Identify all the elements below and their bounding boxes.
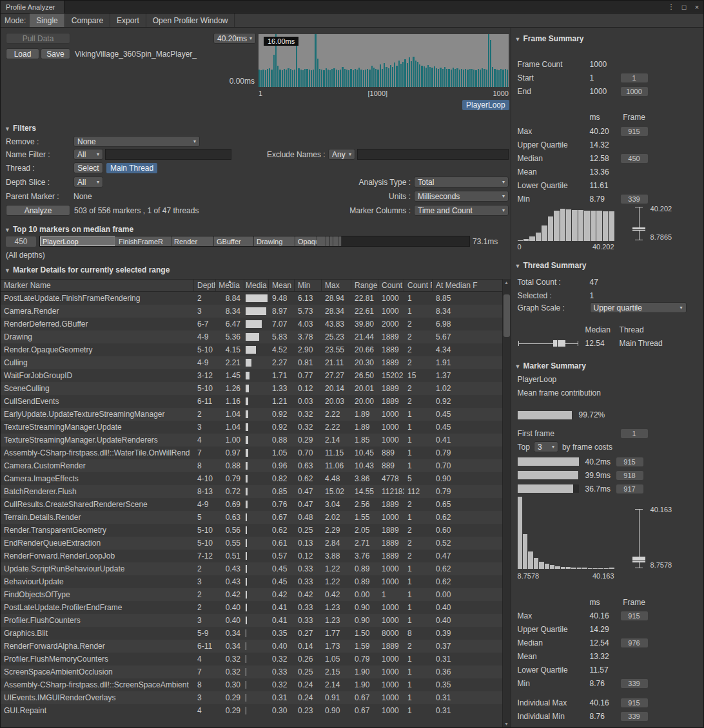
table-row[interactable]: UIEvents.IMGUIRenderOverlays30.290.310.2… xyxy=(1,691,503,704)
scroll-down-icon[interactable]: ▼ xyxy=(503,722,511,726)
selected-marker-chip[interactable]: PlayerLoop xyxy=(462,100,509,110)
thread-row[interactable]: 12.54 Main Thread xyxy=(518,339,663,348)
thread-summary-header[interactable]: ▼Thread Summary xyxy=(515,261,587,270)
frame-jump-badge[interactable]: 976 xyxy=(621,638,648,647)
table-row[interactable]: CullResults.CreateSharedRendererScene4-9… xyxy=(1,498,503,511)
column-header[interactable]: Range xyxy=(351,280,378,291)
scroll-up-icon[interactable]: ▲ xyxy=(503,280,511,285)
top10-segment[interactable]: Render xyxy=(171,236,214,246)
analysis-type-dropdown[interactable]: Total▾ xyxy=(414,177,509,187)
table-row[interactable]: RenderDeferred.GBuffer6-76.477.074.0343.… xyxy=(1,318,503,330)
scrollbar-thumb[interactable] xyxy=(504,294,510,337)
frame-jump-badge[interactable]: 915 xyxy=(616,457,643,466)
table-row[interactable]: WaitForJobGroupID3-121.451.710.7727.2726… xyxy=(1,369,503,382)
table-row[interactable]: FindObjectsOfType20.420.420.420.420.0011… xyxy=(1,588,503,601)
table-row[interactable]: ScreenSpaceAmbientOcclusion70.320.330.25… xyxy=(1,666,503,678)
top10-segment[interactable]: Drawing xyxy=(254,236,295,246)
frame-jump-badge[interactable]: 339 xyxy=(621,679,648,688)
table-row[interactable]: BatchRenderer.Flush8-130.720.850.4715.02… xyxy=(1,485,503,498)
table-row[interactable]: Profiler.FlushCounters30.400.410.331.230… xyxy=(1,614,503,627)
frame-jump-badge[interactable]: 339 xyxy=(621,195,648,204)
frame-summary-header[interactable]: ▼Frame Summary xyxy=(515,34,584,43)
table-row[interactable]: Assembly-CSharp-firstpass.dll!::ScreenSp… xyxy=(1,678,503,691)
frame-jump-badge[interactable]: 450 xyxy=(621,154,648,163)
filters-header[interactable]: ▼Filters xyxy=(5,124,36,133)
tab-compare[interactable]: Compare xyxy=(65,14,110,27)
tab-single[interactable]: Single xyxy=(30,14,64,27)
column-header[interactable]: ▲Media xyxy=(216,280,244,291)
top10-header[interactable]: ▼Top 10 markers on median frame xyxy=(5,225,133,234)
top10-segment[interactable]: GBuffer xyxy=(214,236,254,246)
table-row[interactable]: Camera.Render38.348.975.7328.3422.611000… xyxy=(1,305,503,318)
column-header[interactable]: Count Fra xyxy=(404,280,433,291)
load-button[interactable]: Load xyxy=(6,48,39,59)
table-row[interactable]: Culling4-92.212.270.8121.1120.30188921.9… xyxy=(1,356,503,369)
table-row[interactable]: Assembly-CSharp-firstpass.dll!::WaterTil… xyxy=(1,446,503,459)
table-row[interactable]: Update.ScriptRunBehaviourUpdate20.430.45… xyxy=(1,562,503,575)
table-row[interactable]: Render.OpaqueGeometry5-104.154.522.9023.… xyxy=(1,343,503,356)
y-scale-dropdown[interactable]: 40.20ms▾ xyxy=(213,33,256,44)
table-row[interactable]: BehaviourUpdate30.430.450.331.220.891000… xyxy=(1,575,503,588)
column-header[interactable]: Count xyxy=(378,280,404,291)
marker-summary-header[interactable]: ▼Marker Summary xyxy=(515,361,586,370)
column-header[interactable]: Marker Name xyxy=(1,280,194,291)
table-row[interactable]: Graphics.Blit5-90.340.350.271.771.508000… xyxy=(1,627,503,640)
column-header[interactable]: Min xyxy=(295,280,322,291)
table-row[interactable]: Render.TransparentGeometry5-100.560.620.… xyxy=(1,524,503,537)
frame-jump-badge[interactable]: 915 xyxy=(621,698,648,707)
exclude-names-input[interactable] xyxy=(357,149,509,160)
marker-details-header[interactable]: ▼Marker Details for currently selected r… xyxy=(5,265,170,274)
analyze-button[interactable]: Analyze xyxy=(6,205,70,216)
thread-select-button[interactable]: Select xyxy=(73,162,103,173)
frame-jump-badge[interactable]: 915 xyxy=(621,611,648,620)
name-filter-input[interactable] xyxy=(105,149,231,160)
table-row[interactable]: Profiler.FlushMemoryCounters40.320.320.2… xyxy=(1,653,503,666)
table-row[interactable]: TextureStreamingManager.UpdateRenderers4… xyxy=(1,434,503,446)
column-header[interactable]: Media xyxy=(244,280,269,291)
graph-scale-dropdown[interactable]: Upper quartile▾ xyxy=(590,302,687,313)
depth-slice-dropdown[interactable]: All▾ xyxy=(73,177,103,187)
top10-segment[interactable] xyxy=(317,236,326,246)
table-row[interactable]: PostLateUpdate.FinishFrameRendering28.84… xyxy=(1,292,503,305)
remove-dropdown[interactable]: None▾ xyxy=(73,136,200,147)
frame-jump-badge[interactable]: 339 xyxy=(621,712,648,721)
units-dropdown[interactable]: Milliseconds▾ xyxy=(414,191,509,202)
tab-profile-analyzer[interactable]: Profile Analyzer xyxy=(1,1,64,13)
column-header[interactable]: Depth xyxy=(194,280,216,291)
thread-chip[interactable]: Main Thread xyxy=(106,163,157,173)
frame-jump-badge[interactable]: 1 xyxy=(621,429,648,438)
open-profiler-window-button[interactable]: Open Profiler Window xyxy=(146,14,235,27)
export-button[interactable]: Export xyxy=(110,14,146,27)
frame-jump-badge[interactable]: 915 xyxy=(621,127,648,136)
table-scrollbar[interactable]: ▲ ▼ xyxy=(502,279,511,727)
table-row[interactable]: Camera.ImageEffects4-100.790.820.624.483… xyxy=(1,472,503,485)
restore-icon[interactable]: □ xyxy=(678,1,690,13)
median-frame-badge[interactable]: 450 xyxy=(6,236,36,247)
top10-segment[interactable]: Opaqu xyxy=(295,236,317,246)
table-row[interactable]: EarlyUpdate.UpdateTextureStreamingManage… xyxy=(1,408,503,421)
table-row[interactable]: RenderForwardAlpha.Render6-110.340.400.1… xyxy=(1,640,503,653)
top10-segment[interactable]: FinishFrameR xyxy=(116,236,171,246)
menu-icon[interactable]: ⋮ xyxy=(665,1,678,13)
table-row[interactable]: Camera.CustomRender80.880.960.6311.0610.… xyxy=(1,459,503,472)
table-row[interactable]: Terrain.Details.Render50.630.670.482.021… xyxy=(1,511,503,524)
exclude-scope-dropdown[interactable]: Any▾ xyxy=(328,149,355,160)
top-count-dropdown[interactable]: 3▾ xyxy=(534,441,558,452)
table-row[interactable]: CullSendEvents6-111.161.210.0320.0320.00… xyxy=(1,395,503,408)
frame-jump-badge[interactable]: 917 xyxy=(616,484,643,493)
table-row[interactable]: TextureStreamingManager.Update31.040.920… xyxy=(1,421,503,434)
table-row[interactable]: SceneCulling5-101.261.330.1220.1420.0118… xyxy=(1,382,503,395)
name-filter-scope-dropdown[interactable]: All▾ xyxy=(73,149,103,160)
column-header[interactable]: At Median F xyxy=(433,280,503,291)
frame-jump-badge[interactable]: 918 xyxy=(616,471,643,480)
table-row[interactable]: EndRenderQueueExtraction5-100.550.610.13… xyxy=(1,537,503,550)
close-icon[interactable]: × xyxy=(690,1,703,13)
table-row[interactable]: Drawing4-95.365.833.7825.2321.44188925.6… xyxy=(1,330,503,343)
table-row[interactable]: PostLateUpdate.ProfilerEndFrame20.400.41… xyxy=(1,601,503,614)
marker-columns-dropdown[interactable]: Time and Count▾ xyxy=(414,205,509,216)
column-header[interactable]: Max xyxy=(322,280,351,291)
top10-segment[interactable]: PlayerLoop xyxy=(40,236,116,246)
table-row[interactable]: GUI.Repaint40.290.300.230.900.67100010.3… xyxy=(1,704,503,717)
table-row[interactable]: RenderForward.RenderLoopJob7-120.510.570… xyxy=(1,550,503,562)
top10-segment[interactable] xyxy=(333,236,338,246)
